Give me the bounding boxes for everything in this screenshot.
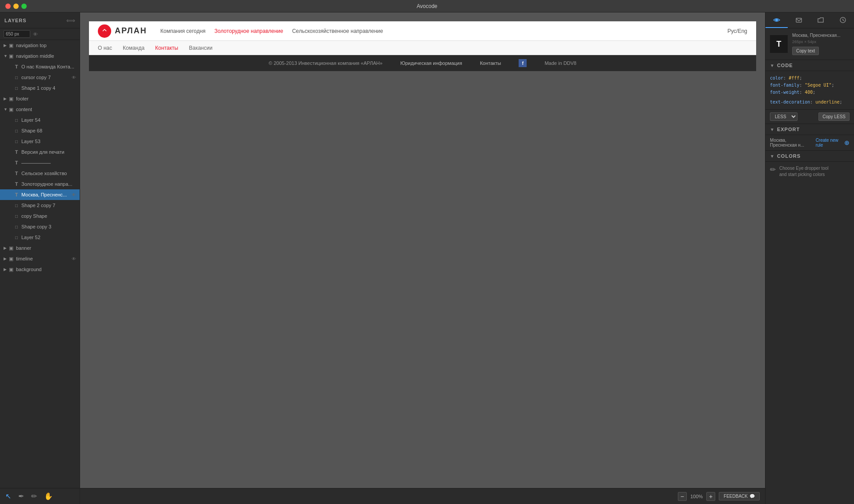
nav-kompania[interactable]: Компания сегодня [161, 28, 206, 34]
layer-navigation-top[interactable]: ▶ ▣ navigation top [0, 40, 80, 51]
clock-tab-icon [839, 16, 846, 24]
shape-icon: □ [13, 202, 20, 208]
tab-export[interactable] [788, 12, 810, 28]
text-icon: T [13, 149, 20, 155]
layer-dash[interactable]: T —————— [0, 157, 80, 168]
text-icon: T [13, 160, 20, 166]
layer-o-nas[interactable]: T О нас Команда Конта... [0, 61, 80, 72]
eye-tab-icon [773, 16, 780, 24]
pen-tool[interactable]: ✒ [18, 492, 24, 500]
arrow-icon: ▼ [4, 54, 8, 58]
nav-selskoe[interactable]: Сельскохозяйственное направление [292, 28, 383, 34]
eye-icon[interactable]: 👁 [72, 75, 76, 80]
subnav-vakansii[interactable]: Вакансии [189, 45, 213, 51]
code-prop: font-weight [770, 90, 799, 95]
shape-icon: □ [13, 234, 20, 240]
nav-zoloto[interactable]: Золоторудное направление [214, 28, 283, 34]
text-icon: T [13, 64, 20, 70]
logo-text: АРЛАН [115, 26, 147, 36]
subnav-komanda[interactable]: Команда [123, 45, 145, 51]
colors-section-title: COLORS [777, 153, 801, 159]
subnav-kontakty[interactable]: Контакты [155, 45, 178, 51]
eyedropper-icon[interactable]: ✏ [770, 165, 776, 174]
code-prop: color [770, 76, 783, 80]
eyedropper-tool[interactable]: ✏ [31, 492, 37, 500]
folder-icon: ▣ [8, 106, 14, 112]
shape-icon: □ [13, 85, 20, 91]
copy-less-button[interactable]: Copy LESS [818, 112, 850, 121]
footer-contacts[interactable]: Контакты [480, 60, 501, 66]
subnav-o-nas[interactable]: О нас [98, 45, 112, 51]
code-section-title: CODE [777, 63, 793, 68]
layer-shape-copy-3[interactable]: □ Shape copy 3 [0, 221, 80, 232]
facebook-icon[interactable]: f [519, 59, 527, 67]
layer-shape-68[interactable]: □ Shape 68 [0, 125, 80, 136]
nav-lang[interactable]: Рус/Eng [727, 28, 747, 34]
shape-icon: □ [13, 117, 20, 123]
copy-text-button[interactable]: Copy text [792, 47, 819, 55]
layer-54[interactable]: □ Layer 54 [0, 115, 80, 125]
select-tool[interactable]: ↖ [5, 492, 11, 500]
layer-zolotorudnoe[interactable]: T Золоторудное напра... [0, 179, 80, 189]
feedback-icon: 💬 [749, 494, 755, 499]
eye-icon[interactable]: 👁 [72, 192, 76, 197]
export-section-header[interactable]: ▼ EXPORT [765, 124, 854, 135]
layer-53[interactable]: □ Layer 53 [0, 136, 80, 147]
right-tabs [765, 12, 854, 28]
add-rule-icon[interactable]: ⊕ [844, 139, 850, 146]
layer-cursor-copy-7[interactable]: □ cursor copy 7 👁 [0, 72, 80, 83]
zoom-plus-button[interactable]: + [706, 492, 715, 501]
zoom-minus-button[interactable]: − [678, 492, 687, 501]
less-select[interactable]: LESS CSS SCSS [770, 112, 798, 121]
tab-assets[interactable] [810, 12, 832, 28]
folder-icon: ▣ [8, 42, 14, 48]
expand-icon[interactable]: ⟺ [66, 17, 75, 24]
minimize-button[interactable] [13, 4, 19, 9]
layer-shape-2-copy-7[interactable]: □ Shape 2 copy 7 [0, 200, 80, 211]
hand-tool[interactable]: ✋ [44, 492, 53, 500]
layer-label: Москва, Преснeнс... [21, 192, 70, 197]
text-icon: T [13, 170, 20, 176]
layer-background[interactable]: ▶ ▣ background [0, 264, 80, 275]
code-section-header[interactable]: ▼ CODE [765, 60, 854, 71]
layer-timeline[interactable]: ▶ ▣ timeline 👁 [0, 253, 80, 264]
preview-section: T Москва, Пресненская... 265px × 54px Co… [765, 28, 854, 60]
layer-footer-folder[interactable]: ▶ ▣ footer [0, 93, 80, 104]
footer-legal[interactable]: Юридическая информация [400, 60, 462, 66]
footer-made: Made in DDV8 [544, 60, 576, 66]
create-rule-link[interactable]: Create new rule [816, 138, 842, 148]
code-prop: font-family [770, 83, 799, 88]
layer-shape-1-copy-4[interactable]: □ Shape 1 copy 4 [0, 83, 80, 93]
layer-label: cursor copy 7 [21, 75, 70, 80]
layer-banner[interactable]: ▶ ▣ banner [0, 243, 80, 253]
layer-label: Shape 2 copy 7 [21, 203, 76, 208]
tab-history[interactable] [832, 12, 854, 28]
layer-label: Layer 52 [21, 235, 76, 240]
feedback-button[interactable]: FEEDBACK 💬 [719, 492, 760, 500]
preview-box: T Москва, Пресненская... 265px × 54px Co… [770, 33, 850, 55]
maximize-button[interactable] [21, 4, 27, 9]
layers-title: LAYERS [4, 18, 27, 23]
size-input[interactable] [4, 30, 30, 38]
footer-copyright: © 2005-2013 Инвестиционная компания «АРЛ… [269, 60, 383, 66]
layer-label: navigation top [16, 43, 76, 48]
layer-52[interactable]: □ Layer 52 [0, 232, 80, 243]
layer-label: copy Shape [21, 213, 76, 219]
layer-navigation-middle[interactable]: ▼ ▣ navigation middle [0, 51, 80, 61]
layer-copy-shape[interactable]: □ copy Shape [0, 211, 80, 221]
visibility-icon[interactable]: 👁 [33, 32, 38, 37]
eye-icon[interactable]: 👁 [72, 256, 76, 261]
layer-content[interactable]: ▼ ▣ content [0, 104, 80, 115]
layer-label: footer [16, 96, 76, 101]
layer-moskva[interactable]: T Москва, Преснeнс... 👁 [0, 189, 80, 200]
colors-section-header[interactable]: ▼ COLORS [765, 151, 854, 162]
layer-selskoe[interactable]: T Сельское хозяйство [0, 168, 80, 179]
tab-view[interactable] [765, 12, 788, 28]
layers-sidebar: LAYERS ⟺ 👁 ▶ ▣ navigation top ▼ ▣ naviga… [0, 12, 80, 504]
zoom-bar: − 100% + FEEDBACK 💬 [80, 488, 765, 504]
layer-label: banner [16, 245, 76, 251]
site-logo: АРЛАН [98, 24, 147, 38]
layer-version-print[interactable]: T Версия для печати [0, 147, 80, 157]
layer-label: Shape 1 copy 4 [21, 85, 76, 91]
close-button[interactable] [5, 4, 11, 9]
